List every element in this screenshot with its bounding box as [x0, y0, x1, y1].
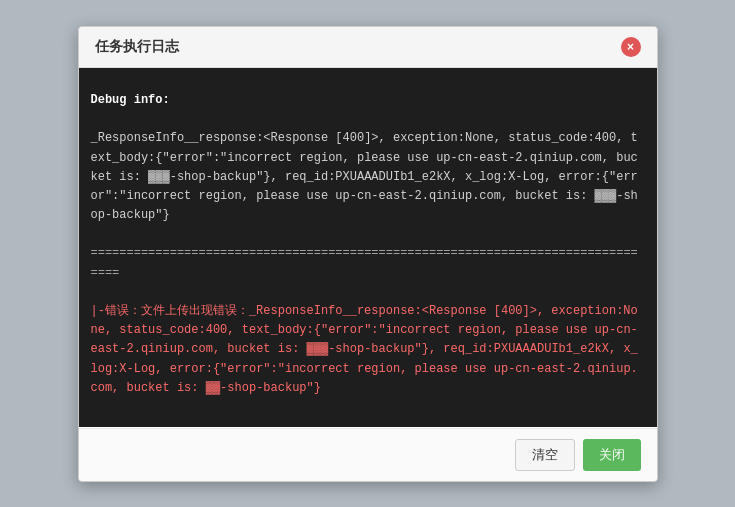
dialog-body: |-数据库字符集：utf8 |-分区/可用磁盘空间为：11.24 GB，可用In…: [79, 68, 657, 428]
task-log-dialog: 任务执行日志 × |-数据库字符集：utf8 |-分区/可用磁盘空间为：11.2…: [78, 26, 658, 482]
log-line: |-正在上传到 bt_backup/database/shop_c▓▓▓_cn/…: [91, 68, 645, 72]
log-line: |-错误：文件上传出现错误：_ResponseInfo__response:<R…: [91, 302, 645, 398]
log-line: ========================================…: [91, 244, 645, 282]
log-line: _ResponseInfo__response:<Response [400]>…: [91, 129, 645, 225]
log-content[interactable]: |-数据库字符集：utf8 |-分区/可用磁盘空间为：11.24 GB，可用In…: [79, 68, 657, 428]
dialog-overlay: 任务执行日志 × |-数据库字符集：utf8 |-分区/可用磁盘空间为：11.2…: [0, 0, 735, 507]
dialog-title: 任务执行日志: [95, 38, 179, 56]
dialog-footer: 清空 关闭: [79, 428, 657, 481]
close-icon[interactable]: ×: [621, 37, 641, 57]
log-line: Debug info:: [91, 91, 645, 110]
dialog-header: 任务执行日志 ×: [79, 27, 657, 68]
clear-button[interactable]: 清空: [515, 439, 575, 471]
close-button[interactable]: 关闭: [583, 439, 641, 471]
